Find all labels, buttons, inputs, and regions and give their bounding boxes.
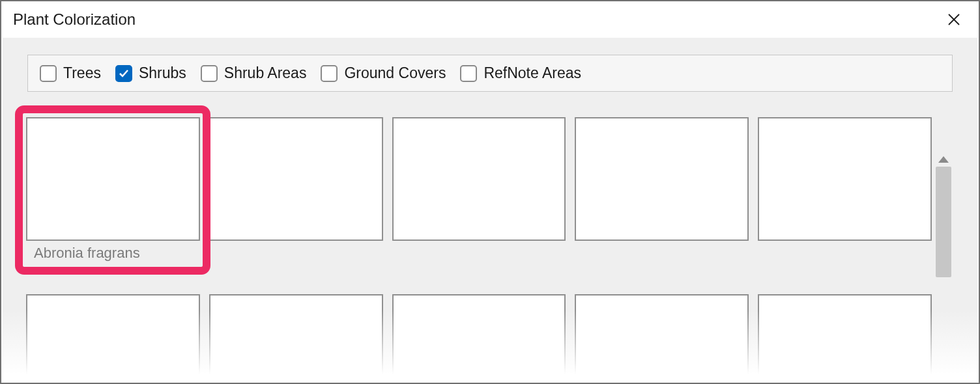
plant-card[interactable] <box>758 117 932 262</box>
thumbnail-grid-row2 <box>26 294 932 381</box>
dialog-content: Trees Shrubs Shrub Areas G <box>3 38 977 381</box>
plant-thumbnail <box>575 117 749 241</box>
filter-label: RefNote Areas <box>483 64 581 82</box>
plant-thumbnail <box>392 117 566 241</box>
plant-thumbnail <box>392 294 566 381</box>
filter-label: Trees <box>63 64 101 82</box>
filter-label: Shrub Areas <box>224 64 307 82</box>
checkbox[interactable] <box>460 65 477 82</box>
dialog-title: Plant Colorization <box>13 10 136 29</box>
plant-card[interactable] <box>392 117 566 262</box>
plant-card[interactable] <box>758 294 932 381</box>
titlebar: Plant Colorization <box>1 1 979 38</box>
checkbox[interactable] <box>115 65 132 82</box>
close-icon <box>947 13 960 26</box>
plant-thumbnail <box>209 294 383 381</box>
plant-thumbnail <box>758 117 932 241</box>
plant-thumbnail <box>758 294 932 381</box>
filter-bar: Trees Shrubs Shrub Areas G <box>27 55 953 92</box>
scrollbar[interactable] <box>936 156 951 384</box>
plant-thumbnail <box>26 117 200 241</box>
plant-card[interactable] <box>575 117 749 262</box>
plant-thumbnail <box>209 117 383 241</box>
plant-card-label: Abronia fragrans <box>26 245 200 262</box>
plant-card[interactable]: Abronia fragrans <box>26 117 200 262</box>
thumbnail-grid-area: Abronia fragrans <box>26 117 932 381</box>
filter-shrubs[interactable]: Shrubs <box>115 64 186 82</box>
plant-card[interactable] <box>575 294 749 381</box>
checkbox[interactable] <box>40 65 57 82</box>
scroll-thumb[interactable] <box>936 167 951 277</box>
plant-card[interactable] <box>392 294 566 381</box>
plant-card[interactable] <box>26 294 200 381</box>
filter-label: Ground Covers <box>344 64 446 82</box>
scroll-up-icon[interactable] <box>938 156 949 163</box>
filter-refnote-areas[interactable]: RefNote Areas <box>460 64 581 82</box>
filter-trees[interactable]: Trees <box>40 64 101 82</box>
checkmark-icon <box>119 68 129 79</box>
checkbox[interactable] <box>321 65 338 82</box>
close-button[interactable] <box>941 7 967 33</box>
filter-shrub-areas[interactable]: Shrub Areas <box>201 64 307 82</box>
filter-label: Shrubs <box>139 64 186 82</box>
checkbox[interactable] <box>201 65 218 82</box>
filter-ground-covers[interactable]: Ground Covers <box>321 64 446 82</box>
plant-thumbnail <box>26 294 200 381</box>
thumbnail-grid-row1: Abronia fragrans <box>26 117 932 262</box>
dialog-window: Plant Colorization Trees Shrubs <box>0 0 980 384</box>
plant-card[interactable] <box>209 117 383 262</box>
plant-card[interactable] <box>209 294 383 381</box>
plant-thumbnail <box>575 294 749 381</box>
